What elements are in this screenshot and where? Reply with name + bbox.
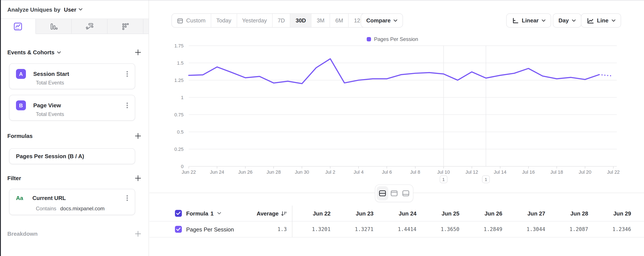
filter-title: Filter [7, 175, 21, 181]
series-name[interactable]: Pages Per Session [186, 226, 234, 233]
layout-chart-only-button[interactable] [388, 186, 400, 200]
visualization-tabs [0, 19, 148, 34]
filter-value[interactable]: docs.mixpanel.com [60, 206, 104, 212]
sort-icon[interactable] [281, 211, 287, 216]
interval-button[interactable]: Day [553, 13, 581, 28]
chevron-down-icon [572, 19, 576, 22]
formula-card[interactable]: Pages Per Session (B / A) [9, 148, 135, 164]
chevron-down-icon[interactable] [57, 51, 61, 54]
legend-label: Pages Per Session [374, 36, 418, 42]
date-column-header[interactable]: Jun 29 [588, 206, 631, 221]
filter-operator[interactable]: Contains [36, 206, 56, 212]
chevron-down-icon [612, 19, 615, 22]
metrics-grid-tab-icon [121, 22, 130, 31]
date-column-header[interactable]: Jun 24 [374, 206, 416, 221]
layout-table-only-button[interactable] [400, 186, 412, 200]
annotation-marker[interactable]: 1 [482, 175, 490, 183]
chart-legend[interactable]: Pages Per Session [150, 36, 635, 42]
average-header[interactable]: Average [256, 210, 278, 217]
compare-button[interactable]: Compare [361, 13, 403, 28]
chevron-down-icon [542, 19, 546, 22]
svg-text:Jul 4: Jul 4 [354, 169, 364, 175]
value-cell: 1.3201 [288, 222, 331, 237]
series-average: 1.3 [278, 226, 287, 232]
date-column-header[interactable]: Jun 26 [459, 206, 502, 221]
svg-text:1: 1 [181, 95, 184, 100]
svg-text:Jul 10: Jul 10 [437, 169, 450, 175]
line-chart-tab-icon [13, 22, 22, 31]
range-custom[interactable]: Custom [172, 14, 211, 27]
svg-text:Jul 16: Jul 16 [522, 169, 535, 175]
value-cell: 1.3044 [502, 222, 545, 237]
svg-text:0: 0 [181, 164, 184, 169]
kebab-menu-icon[interactable] [125, 70, 130, 78]
add-filter-button[interactable] [135, 175, 141, 181]
svg-text:Jul 18: Jul 18 [550, 169, 563, 175]
value-cell: 1.2087 [545, 222, 588, 237]
add-breakdown-button[interactable] [135, 231, 141, 237]
svg-text:0.25: 0.25 [174, 146, 184, 152]
formulas-title: Formulas [7, 133, 32, 139]
svg-text:1.75: 1.75 [174, 43, 184, 48]
range-yesterday[interactable]: Yesterday [237, 14, 272, 27]
string-property-icon: Aa [16, 195, 26, 201]
svg-text:Jun 30: Jun 30 [295, 169, 309, 175]
tab-flow[interactable] [72, 19, 108, 34]
table-row-divider [150, 237, 644, 238]
event-b-badge: B [16, 100, 26, 110]
svg-text:0.75: 0.75 [174, 112, 184, 118]
chart-type-button[interactable]: Line [581, 13, 621, 28]
svg-text:Jun 28: Jun 28 [266, 169, 281, 175]
range-30d[interactable]: 30D [290, 14, 312, 27]
query-builder-sidebar: Analyze Uniques by User [0, 0, 149, 256]
chevron-down-icon[interactable] [78, 8, 82, 11]
filter-card[interactable]: Aa Current URL Contains docs.mixpanel.co… [9, 189, 135, 215]
event-card-b[interactable]: B Page View Total Events [9, 95, 135, 121]
svg-text:1.25: 1.25 [174, 78, 184, 83]
add-formula-button[interactable] [135, 133, 141, 139]
tab-metrics[interactable] [108, 19, 144, 34]
chevron-down-icon[interactable] [217, 212, 221, 215]
axis-scale-button[interactable]: Linear [506, 13, 551, 28]
insights-report: Analyze Uniques by User [0, 0, 644, 256]
series-checkbox[interactable] [175, 226, 182, 233]
kebab-menu-icon[interactable] [125, 102, 130, 109]
event-b-measure[interactable]: Total Events [36, 111, 64, 117]
range-today[interactable]: Today [211, 14, 237, 27]
value-cell: 1.2346 [588, 222, 631, 237]
event-b-name[interactable]: Page View [33, 102, 61, 109]
annotation-marker[interactable]: 1 [440, 175, 448, 183]
formula-group-label[interactable]: Formula [186, 210, 208, 217]
formula-group-checkbox[interactable] [175, 210, 182, 217]
tab-bar-chart[interactable] [36, 19, 72, 34]
range-7d[interactable]: 7D [272, 14, 290, 27]
value-cell: 1.2849 [459, 222, 502, 237]
svg-text:0.5: 0.5 [177, 129, 184, 135]
range-6m[interactable]: 6M [330, 14, 349, 27]
date-column-header[interactable]: Jun 25 [416, 206, 459, 221]
date-column-header[interactable]: Jun 22 [288, 206, 331, 221]
events-cohorts-section-header: Events & Cohorts [7, 49, 141, 56]
date-column-header[interactable]: Jun 23 [331, 206, 374, 221]
linear-scale-icon [512, 17, 519, 24]
svg-text:Jul 22: Jul 22 [607, 169, 620, 175]
event-a-name[interactable]: Session Start [33, 71, 69, 77]
date-column-header[interactable]: Jun 28 [545, 206, 588, 221]
date-column-header[interactable]: Jun 27 [502, 206, 545, 221]
bar-chart-tab-icon [49, 22, 58, 31]
range-3m[interactable]: 3M [312, 14, 330, 27]
event-card-a[interactable]: A Session Start Total Events [9, 63, 135, 89]
kebab-menu-icon[interactable] [125, 194, 130, 202]
event-a-measure[interactable]: Total Events [36, 80, 64, 86]
formula-name[interactable]: Pages Per Session (B / A) [16, 153, 84, 159]
layout-split-button[interactable] [377, 186, 388, 200]
line-chart-icon [586, 17, 594, 24]
events-cohorts-title: Events & Cohorts [7, 49, 54, 56]
svg-text:Jul 12: Jul 12 [466, 169, 478, 175]
svg-text:Jun 26: Jun 26 [238, 169, 252, 175]
analyze-uniques-selector[interactable]: User [64, 6, 76, 13]
add-event-button[interactable] [135, 49, 141, 56]
filter-property-name[interactable]: Current URL [32, 195, 66, 201]
tab-insights-line[interactable] [0, 19, 36, 34]
tab-row-filler [144, 19, 148, 34]
